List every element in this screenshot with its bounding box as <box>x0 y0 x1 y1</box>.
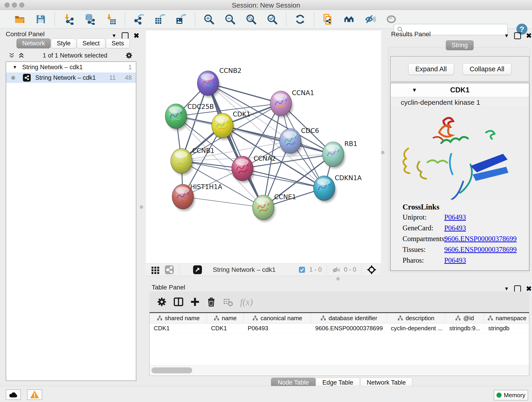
status-bar: Memory <box>0 386 532 402</box>
string-panel-button[interactable] <box>162 265 177 274</box>
zoom-out-button[interactable] <box>220 12 241 27</box>
network-view-toolbar: String Network – cdk1 1 - 0 0 - 0 <box>145 263 381 276</box>
memory-button[interactable]: Memory <box>494 390 528 400</box>
tab-select[interactable]: Select <box>77 38 105 48</box>
export-table-button[interactable] <box>149 12 171 27</box>
results-panel-float-button[interactable] <box>514 32 521 39</box>
table-cell[interactable]: 9606.ENSP00000378699 <box>311 323 387 333</box>
create-column-button[interactable] <box>187 297 203 307</box>
table-cell[interactable]: stringdb:9... <box>445 323 484 333</box>
scrollbar-thumb[interactable] <box>152 367 192 373</box>
expander-icon[interactable]: ▼ <box>13 65 17 70</box>
node-RB1[interactable] <box>322 142 344 167</box>
export-image-button[interactable] <box>171 12 191 27</box>
clone-network-button[interactable] <box>317 12 339 27</box>
crosslink-link[interactable]: 9606.ENSP00000378699 <box>444 235 517 243</box>
crosslink-link[interactable]: 9606.ENSP00000378699 <box>444 245 517 254</box>
hidden-nodes-button[interactable] <box>330 266 342 274</box>
zoom-fit-button[interactable] <box>241 12 262 27</box>
crosslink-row: Tissues:9606.ENSP00000378699 <box>403 245 529 254</box>
network-options-button[interactable] <box>124 52 134 59</box>
edge-HIST1H1A-CCNE1[interactable] <box>183 197 263 207</box>
table-cell[interactable]: P06493 <box>244 323 311 333</box>
warnings-button[interactable] <box>27 389 42 400</box>
delete-table-button[interactable] <box>220 297 236 307</box>
right-splitter-handle[interactable] <box>381 151 385 154</box>
crosslink-link[interactable]: P06493 <box>444 256 466 264</box>
crosslink-link[interactable]: P06493 <box>444 224 466 232</box>
function-builder-icon[interactable]: f(x) <box>236 297 257 307</box>
tab-sets[interactable]: Sets <box>106 38 130 48</box>
selected-nodes-button[interactable] <box>296 266 308 274</box>
network-collection-row[interactable]: ▼ String Network – cdk1 1 <box>6 62 136 72</box>
column-header-canonical-name[interactable]: canonical name <box>244 313 311 323</box>
node-CCNB1[interactable] <box>171 148 192 173</box>
node-CDC6[interactable] <box>279 128 301 153</box>
left-splitter-handle[interactable] <box>140 205 143 209</box>
node-CDKN1A[interactable] <box>313 176 335 201</box>
table-row[interactable]: CDK1CDK1P064939606.ENSP00000378699cyclin… <box>150 323 529 333</box>
zoom-selected-button[interactable] <box>262 12 283 27</box>
import-network-database-button[interactable] <box>79 12 100 27</box>
node-label-RB1: RB1 <box>344 140 357 148</box>
column-header-namespace[interactable]: namespace <box>484 313 529 323</box>
hidden-count: 0 - 0 <box>344 266 356 273</box>
network-graph[interactable]: CCNB2CCNA1CDC25BCDK1CDC6RB1CCNB1CCNA2CDK… <box>146 30 381 264</box>
fit-selected-button[interactable] <box>364 265 379 275</box>
show-columns-button[interactable] <box>170 297 187 307</box>
refresh-view-button[interactable] <box>290 12 311 27</box>
caret-down-icon: ▼ <box>112 33 117 39</box>
table-cell[interactable]: CDK1 <box>150 323 207 333</box>
control-panel-close-button[interactable]: ✖ <box>133 32 139 40</box>
node-CCNB2[interactable] <box>197 71 219 96</box>
column-header-shared-name[interactable]: shared name <box>150 313 207 323</box>
zoom-in-button[interactable] <box>198 12 220 27</box>
column-header-description[interactable]: description <box>387 313 445 323</box>
results-entry-header[interactable]: ▼ CDK1 <box>391 83 529 97</box>
control-panel-menu-button[interactable]: ▼ <box>112 33 117 39</box>
export-network-button[interactable] <box>128 12 149 27</box>
network-canvas[interactable]: CCNB2CCNA1CDC25BCDK1CDC6RB1CCNB1CCNA2CDK… <box>145 30 381 264</box>
tab-style[interactable]: Style <box>51 38 76 48</box>
crosslink-link[interactable]: P06493 <box>444 213 466 221</box>
table-options-button[interactable] <box>153 297 170 307</box>
network-row[interactable]: String Network – cdk1 11 48 <box>6 72 136 83</box>
column-header--id[interactable]: @id <box>445 313 484 323</box>
node-CCNE1[interactable] <box>253 195 274 220</box>
collapse-all-button[interactable]: Collapse All <box>462 63 512 75</box>
detach-view-button[interactable] <box>190 265 205 274</box>
node-CCNA2[interactable] <box>232 156 253 181</box>
results-panel-title: Results Panel <box>391 31 431 38</box>
birds-eye-view-button[interactable] <box>148 265 162 274</box>
tab-string-results[interactable]: String <box>446 40 474 50</box>
column-header-name[interactable]: name <box>207 313 244 323</box>
hide-graphics-details-button[interactable] <box>360 12 381 27</box>
expand-all-networks-button[interactable] <box>17 52 26 59</box>
table-cell[interactable]: cyclin-dependent ... <box>387 323 445 333</box>
table-h-scrollbar[interactable] <box>150 365 529 376</box>
cloud-status-button[interactable] <box>6 389 21 400</box>
collapse-all-networks-button[interactable] <box>7 52 17 59</box>
import-network-file-button[interactable] <box>58 12 79 27</box>
table-cell[interactable]: CDK1 <box>207 323 244 333</box>
table-panel-float-button[interactable] <box>514 285 521 292</box>
control-panel-float-button[interactable] <box>122 32 128 39</box>
table-cell[interactable]: stringdb <box>484 323 529 333</box>
import-table-file-button[interactable] <box>100 12 121 27</box>
delete-column-button[interactable] <box>203 297 220 307</box>
node-CDC25B[interactable] <box>165 104 187 128</box>
network-overview-button[interactable] <box>339 12 360 27</box>
results-panel-close-button[interactable]: ✖ <box>526 32 532 40</box>
node-CDK1[interactable] <box>212 113 233 138</box>
tab-network[interactable]: Network <box>17 38 51 48</box>
node-CCNA1[interactable] <box>270 91 292 116</box>
save-session-button[interactable] <box>30 12 51 27</box>
attribute-icon <box>455 315 461 321</box>
expand-all-button[interactable]: Expand All <box>408 63 454 75</box>
results-panel-menu-button[interactable]: ▼ <box>504 33 509 39</box>
table-panel-menu-button[interactable]: ▼ <box>504 286 509 292</box>
bottom-splitter-handle[interactable] <box>336 277 340 281</box>
table-panel-title: Table Panel <box>152 284 185 291</box>
open-session-button[interactable] <box>9 12 30 27</box>
column-header-database-identifier[interactable]: database identifier <box>311 313 387 323</box>
